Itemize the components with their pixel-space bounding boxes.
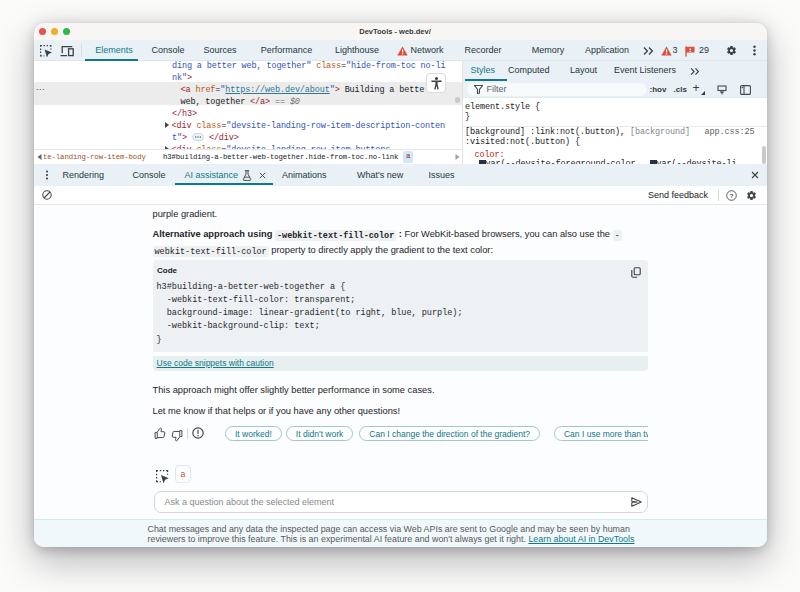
svg-text:?: ? (730, 192, 734, 198)
